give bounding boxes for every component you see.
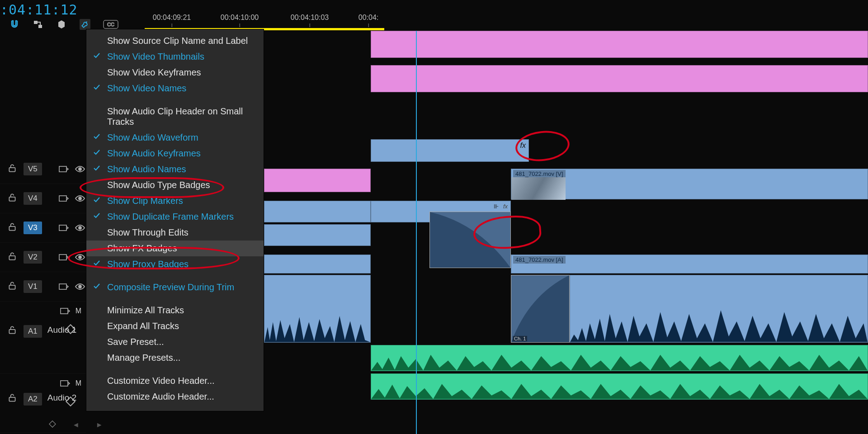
menu-item[interactable]: Show Clip Markers	[86, 193, 264, 209]
audio-clip[interactable]	[264, 275, 371, 343]
audio-clip[interactable]	[371, 373, 868, 400]
menu-item[interactable]: Minimize All Tracks	[86, 302, 264, 318]
menu-item[interactable]: Show Audio Names	[86, 161, 264, 177]
audio-clip-fade[interactable]: Ch. 1	[511, 275, 570, 343]
track-header-v4[interactable]: V4	[0, 184, 86, 213]
clip[interactable]	[264, 255, 371, 274]
clip[interactable]: 481_7022.mov [A]	[511, 255, 868, 274]
prev-keyframe-icon[interactable]: ◄	[72, 421, 80, 429]
eye-icon[interactable]	[75, 283, 85, 291]
menu-item[interactable]: Customize Video Header...	[86, 373, 264, 389]
menu-item[interactable]: Save Preset...	[86, 334, 264, 350]
track-label[interactable]: V1	[24, 280, 42, 293]
lock-icon[interactable]	[7, 393, 17, 405]
playhead[interactable]	[416, 31, 417, 434]
audio-clip[interactable]	[371, 345, 868, 371]
clip[interactable]	[264, 201, 371, 222]
track-header-v1[interactable]: V1	[0, 272, 86, 302]
svg-rect-1	[38, 25, 42, 28]
menu-item[interactable]: Customize Audio Header...	[86, 389, 264, 405]
clip[interactable]: 481_7022.mov [V]	[511, 169, 868, 199]
eye-icon[interactable]	[75, 194, 85, 203]
track-label[interactable]: A1	[24, 325, 42, 338]
clip[interactable]	[371, 31, 868, 58]
clip[interactable]: fx	[371, 139, 529, 162]
track-label[interactable]: V3	[24, 222, 42, 234]
cc-icon[interactable]: CC	[103, 19, 118, 30]
track-label[interactable]: V2	[24, 251, 42, 264]
source-patch-icon[interactable]	[59, 283, 69, 291]
source-patch-icon[interactable]	[59, 253, 69, 261]
svg-rect-20	[61, 308, 68, 314]
menu-item[interactable]: Composite Preview During Trim	[86, 279, 264, 295]
ruler-tick: 00:04:09:21	[153, 14, 191, 22]
keyframe-diamond-icon[interactable]	[66, 396, 75, 405]
svg-rect-16	[9, 285, 15, 289]
menu-item[interactable]: Show Audio Keyframes	[86, 146, 264, 161]
fx-badge: fx	[503, 203, 508, 210]
track-header-v2[interactable]: V2	[0, 243, 86, 272]
clip-fade[interactable]	[429, 212, 511, 268]
wrench-icon[interactable]	[80, 19, 90, 30]
lock-icon[interactable]	[7, 163, 17, 175]
lock-icon[interactable]	[7, 281, 17, 292]
menu-item[interactable]: Manage Presets...	[86, 350, 264, 366]
menu-item-label: Show Video Thumbnails	[107, 52, 204, 62]
track-header-v3[interactable]: V3	[0, 213, 86, 243]
eye-icon[interactable]	[75, 165, 85, 173]
lock-icon[interactable]	[7, 325, 17, 337]
svg-rect-11	[59, 225, 66, 231]
time-ruler[interactable]: 00:04:09:21 00:04:10:00 00:04:10:03 00:0…	[145, 14, 868, 29]
mute-button[interactable]: M	[75, 307, 81, 315]
menu-item[interactable]: Show Proxy Badges	[86, 256, 264, 272]
menu-item-label: Manage Presets...	[107, 353, 180, 363]
lock-icon[interactable]	[7, 193, 17, 204]
waveform	[371, 349, 868, 371]
menu-item[interactable]: Expand All Tracks	[86, 318, 264, 334]
menu-item[interactable]: Show Video Keyframes	[86, 65, 264, 80]
menu-item[interactable]: Show Duplicate Frame Markers	[86, 209, 264, 225]
source-patch-icon[interactable]	[59, 165, 69, 173]
source-patch-icon[interactable]	[60, 307, 70, 315]
keyframe-diamond-icon[interactable]	[49, 420, 56, 429]
menu-item[interactable]: Show FX Badges	[86, 241, 264, 256]
svg-rect-4	[9, 168, 15, 172]
clip[interactable]	[264, 169, 371, 192]
track-label[interactable]: V5	[24, 163, 42, 175]
sequence-timecode[interactable]: :04:11:12	[0, 2, 78, 18]
track-label[interactable]: A2	[24, 393, 42, 406]
marker-icon[interactable]	[56, 19, 67, 30]
eye-icon[interactable]	[75, 224, 85, 232]
track-header-a1[interactable]: A1 Audio 1 M	[0, 302, 86, 374]
eye-icon[interactable]	[75, 253, 85, 261]
timeline-display-settings-menu[interactable]: Show Source Clip Name and LabelShow Vide…	[86, 29, 264, 411]
track-header-v5[interactable]: V5	[0, 155, 86, 184]
svg-rect-8	[59, 196, 66, 201]
svg-rect-13	[9, 256, 15, 260]
lock-icon[interactable]	[7, 222, 17, 234]
svg-rect-21	[9, 397, 15, 401]
menu-item[interactable]: Show Source Clip Name and Label	[86, 33, 264, 49]
next-keyframe-icon[interactable]: ►	[96, 421, 103, 429]
clip[interactable]	[264, 224, 371, 246]
track-label[interactable]: V4	[24, 192, 42, 205]
linked-selection-icon[interactable]	[33, 19, 43, 30]
menu-item-label: Show Through Edits	[107, 227, 189, 238]
audio-clip[interactable]	[570, 275, 868, 343]
source-patch-icon[interactable]	[60, 379, 70, 387]
menu-item-label: Show Video Names	[107, 83, 186, 94]
menu-item[interactable]: Show Through Edits	[86, 225, 264, 241]
menu-item[interactable]: Show Video Thumbnails	[86, 49, 264, 65]
menu-item[interactable]: Show Audio Clip Header on Small Tracks	[86, 104, 264, 130]
menu-item[interactable]: Show Audio Type Badges	[86, 177, 264, 193]
menu-item[interactable]: Show Video Names	[86, 80, 264, 96]
keyframe-diamond-icon[interactable]	[66, 324, 75, 332]
source-patch-icon[interactable]	[59, 224, 69, 232]
snap-icon[interactable]	[9, 19, 20, 30]
menu-item-label: Show Source Clip Name and Label	[107, 36, 248, 46]
mute-button[interactable]: M	[75, 379, 81, 387]
lock-icon[interactable]	[7, 251, 17, 263]
source-patch-icon[interactable]	[59, 194, 69, 203]
clip[interactable]	[371, 65, 868, 92]
menu-item[interactable]: Show Audio Waveform	[86, 130, 264, 146]
